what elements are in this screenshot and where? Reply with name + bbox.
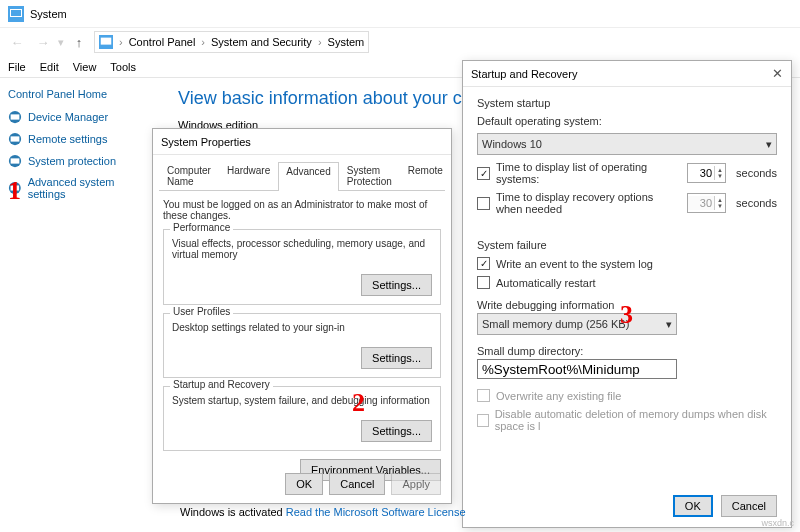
tabs: Computer Name Hardware Advanced System P… [159, 161, 445, 191]
cancel-button[interactable]: Cancel [329, 473, 385, 495]
apply-button[interactable]: Apply [391, 473, 441, 495]
group-desc: Visual effects, processor scheduling, me… [172, 238, 432, 260]
window-titlebar: System [0, 0, 800, 28]
chevron-down-icon: ▾ [766, 138, 772, 151]
default-os-select[interactable]: Windows 10 ▾ [477, 133, 777, 155]
nav-row: ← → ▾ ↑ › Control Panel › System and Sec… [0, 28, 800, 56]
window-title: System [30, 8, 67, 20]
group-performance: Performance Visual effects, processor sc… [163, 229, 441, 305]
crumb[interactable]: Control Panel [129, 36, 196, 48]
activation-line: Windows is activated Read the Microsoft … [180, 506, 466, 518]
write-event-label: Write an event to the system log [496, 258, 653, 270]
startup-recovery-dialog: Startup and Recovery ✕ System startup De… [462, 60, 792, 528]
dialog-title: System Properties [153, 129, 451, 155]
group-label: Performance [170, 222, 233, 233]
sidebar-item-advanced-settings[interactable]: Advanced system settings [8, 176, 152, 200]
address-bar[interactable]: › Control Panel › System and Security › … [94, 31, 369, 53]
sidebar-item-device-manager[interactable]: Device Manager [8, 110, 152, 124]
svg-rect-10 [11, 158, 20, 163]
sidebar-item-system-protection[interactable]: System protection [8, 154, 152, 168]
menu-view[interactable]: View [73, 61, 97, 73]
group-label: Startup and Recovery [170, 379, 273, 390]
addr-system-icon [99, 35, 113, 49]
time-list-label: Time to display list of operating system… [496, 161, 681, 185]
seconds-unit: seconds [736, 197, 777, 209]
svg-rect-2 [11, 10, 21, 16]
time-recov-value [688, 196, 714, 210]
wdi-value: Small memory dump (256 KB) [482, 318, 629, 330]
nav-up[interactable]: ↑ [68, 31, 90, 53]
default-os-value: Windows 10 [482, 138, 542, 150]
annotation-2: 2 [352, 388, 365, 418]
system-icon [8, 6, 24, 22]
dump-dir-label: Small dump directory: [477, 345, 777, 357]
disable-auto-del-checkbox [477, 414, 489, 427]
tab-computer-name[interactable]: Computer Name [159, 161, 219, 190]
auto-restart-label: Automatically restart [496, 277, 596, 289]
system-failure-heading: System failure [477, 239, 777, 251]
chevron-down-icon: ▾ [666, 318, 672, 331]
group-desc: System startup, system failure, and debu… [172, 395, 432, 406]
chevron-right-icon[interactable]: › [201, 36, 205, 48]
cancel-button[interactable]: Cancel [721, 495, 777, 517]
nav-back[interactable]: ← [6, 31, 28, 53]
dump-dir-input[interactable] [477, 359, 677, 379]
write-event-checkbox[interactable]: ✓ [477, 257, 490, 270]
crumb[interactable]: System [328, 36, 365, 48]
sidebar-item-label: Device Manager [28, 111, 108, 123]
seconds-unit: seconds [736, 167, 777, 179]
menu-tools[interactable]: Tools [110, 61, 136, 73]
group-startup-recovery: Startup and Recovery System startup, sys… [163, 386, 441, 451]
crumb[interactable]: System and Security [211, 36, 312, 48]
close-icon[interactable]: ✕ [772, 66, 783, 81]
sidebar-item-remote-settings[interactable]: Remote settings [8, 132, 152, 146]
disable-auto-del-label: Disable automatic deletion of memory dum… [495, 408, 777, 432]
annotation-1: 1 [8, 176, 21, 206]
chevron-right-icon[interactable]: › [318, 36, 322, 48]
wdi-select[interactable]: Small memory dump (256 KB) ▾ [477, 313, 677, 335]
tab-advanced[interactable]: Advanced [278, 162, 338, 191]
perf-settings-button[interactable]: Settings... [361, 274, 432, 296]
system-properties-dialog: System Properties Computer Name Hardware… [152, 128, 452, 504]
menu-file[interactable]: File [8, 61, 26, 73]
time-recov-spinner: ▲▼ [687, 193, 726, 213]
group-user-profiles: User Profiles Desktop settings related t… [163, 313, 441, 378]
annotation-3: 3 [620, 300, 633, 330]
menu-edit[interactable]: Edit [40, 61, 59, 73]
svg-rect-8 [11, 136, 20, 141]
tab-system-protection[interactable]: System Protection [339, 161, 400, 190]
license-link[interactable]: Read the Microsoft Software License [286, 506, 466, 518]
time-list-spinner[interactable]: ▲▼ [687, 163, 726, 183]
watermark: wsxdn.c [761, 518, 794, 528]
activation-text: Windows is activated [180, 506, 286, 518]
default-os-label: Default operating system: [477, 115, 777, 127]
sidebar-title[interactable]: Control Panel Home [8, 88, 152, 100]
auto-restart-checkbox[interactable] [477, 276, 490, 289]
svg-rect-6 [11, 114, 20, 119]
ok-button[interactable]: OK [285, 473, 323, 495]
system-startup-heading: System startup [477, 97, 777, 109]
group-desc: Desktop settings related to your sign-in [172, 322, 432, 333]
nav-forward[interactable]: → [32, 31, 54, 53]
sidebar-item-label: System protection [28, 155, 116, 167]
chevron-right-icon[interactable]: › [119, 36, 123, 48]
tab-remote[interactable]: Remote [400, 161, 451, 190]
dialog-title: Startup and Recovery [471, 68, 577, 80]
overwrite-checkbox [477, 389, 490, 402]
tab-hardware[interactable]: Hardware [219, 161, 278, 190]
nav-dropdown-icon[interactable]: ▾ [58, 36, 64, 49]
time-recov-checkbox[interactable] [477, 197, 490, 210]
sidebar: Control Panel Home Device Manager Remote… [0, 78, 160, 218]
time-recov-label: Time to display recovery options when ne… [496, 191, 681, 215]
sidebar-item-label: Advanced system settings [28, 176, 152, 200]
ok-button[interactable]: OK [673, 495, 713, 517]
admin-note: You must be logged on as an Administrato… [163, 199, 441, 221]
time-list-checkbox[interactable]: ✓ [477, 167, 490, 180]
sidebar-item-label: Remote settings [28, 133, 107, 145]
profiles-settings-button[interactable]: Settings... [361, 347, 432, 369]
startup-settings-button[interactable]: Settings... [361, 420, 432, 442]
time-list-value[interactable] [688, 166, 714, 180]
overwrite-label: Overwrite any existing file [496, 390, 621, 402]
group-label: User Profiles [170, 306, 233, 317]
svg-rect-4 [101, 38, 112, 45]
